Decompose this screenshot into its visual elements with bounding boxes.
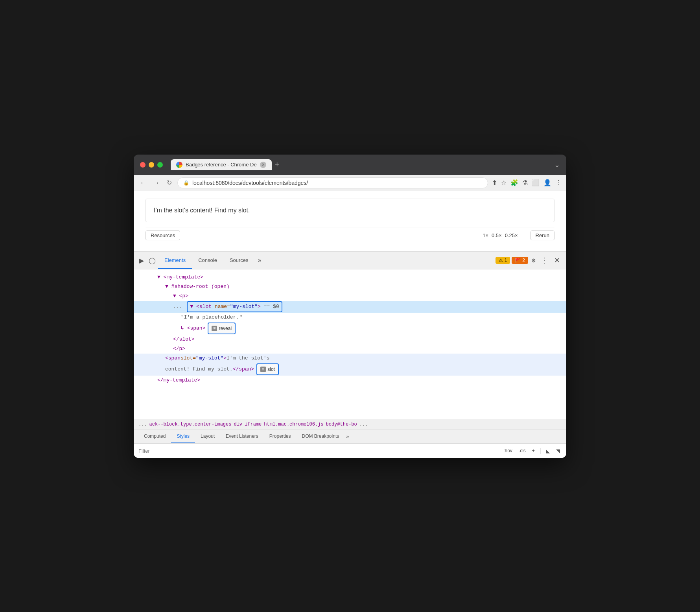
bottom-tab-event-listeners[interactable]: Event Listeners: [220, 430, 264, 443]
span-reveal-tag: ↳ <span>: [181, 324, 205, 333]
address-actions: ⬆ ☆ 🧩 ⚗ ⬜ 👤 ⋮: [492, 179, 562, 186]
slot-attr-name: name=: [215, 304, 230, 310]
devtools-settings-button[interactable]: ⚙: [530, 256, 538, 265]
flask-button[interactable]: ⚗: [522, 179, 528, 186]
slot-badge[interactable]: ⊞ slot: [256, 363, 279, 375]
breadcrumb-div-item[interactable]: div: [234, 422, 242, 427]
share-button[interactable]: ⬆: [492, 179, 497, 186]
breadcrumb-block-item[interactable]: ack--block.type.center-images: [149, 422, 232, 427]
maximize-window-button[interactable]: [157, 162, 163, 168]
back-button[interactable]: ←: [138, 178, 148, 188]
computed-tab-label: Computed: [144, 433, 166, 439]
slot-badge-icon: ⊞: [260, 367, 266, 372]
extensions-button[interactable]: 🧩: [510, 179, 518, 186]
breadcrumb-body-item[interactable]: body#the-bo: [326, 422, 357, 427]
hov-button[interactable]: :hov: [502, 447, 514, 454]
new-tab-button[interactable]: +: [272, 160, 283, 169]
filter-separator: |: [540, 447, 541, 454]
breadcrumb-iframe-item[interactable]: iframe: [245, 422, 262, 427]
tab-bar: Badges reference - Chrome De ✕ + ⌄: [171, 159, 560, 170]
cls-button[interactable]: .cls: [517, 447, 527, 454]
slot-badge-label: slot: [267, 365, 275, 374]
p-open-line[interactable]: ▼ <p>: [134, 291, 566, 301]
close-tab-button[interactable]: ✕: [260, 162, 266, 168]
filter-actions: :hov .cls + | ◣ ◥: [502, 446, 562, 455]
error-badge[interactable]: 🚩 2: [512, 257, 528, 264]
traffic-lights: [140, 162, 163, 168]
url-bar[interactable]: 🔒 localhost:8080/docs/devtools/elements/…: [177, 177, 488, 188]
placeholder-text: "I'm a placeholder.": [181, 313, 242, 322]
tab-overflow-button[interactable]: ⌄: [554, 160, 560, 169]
my-template-close-tag: </my-template>: [157, 376, 200, 385]
close-devtools-button[interactable]: ✕: [551, 254, 563, 266]
profile-button[interactable]: 👤: [543, 179, 551, 186]
span-reveal-line[interactable]: ↳ <span> ⊞ reveal: [134, 322, 566, 335]
inspect-element-button[interactable]: ▶: [137, 254, 146, 267]
toggle-sidebar-button[interactable]: ◣: [544, 446, 551, 455]
breadcrumb-html-item[interactable]: html.mac.chrome106.js: [264, 422, 323, 427]
reload-button[interactable]: ↻: [165, 177, 173, 188]
zoom-025x-button[interactable]: 0.25×: [505, 232, 518, 238]
slot-content-text: I'm the slot's content! Find my slot.: [154, 207, 250, 214]
my-template-close-line[interactable]: </my-template>: [134, 376, 566, 385]
address-bar: ← → ↻ 🔒 localhost:8080/docs/devtools/ele…: [134, 175, 566, 191]
slot-close-line[interactable]: </slot>: [134, 335, 566, 344]
p-close-line[interactable]: </p>: [134, 344, 566, 354]
bookmark-button[interactable]: ☆: [501, 179, 507, 186]
zoom-05x-button[interactable]: 0.5×: [492, 232, 502, 238]
shadow-root-tag: ▼ #shadow-root (open): [165, 282, 230, 291]
filter-bar: :hov .cls + | ◣ ◥: [134, 444, 566, 458]
span-slot-attr-value: "my-slot": [196, 354, 223, 363]
rerun-button[interactable]: Rerun: [531, 230, 554, 240]
slot-close-tag: </slot>: [173, 335, 195, 344]
reveal-badge-icon: ⊞: [212, 326, 217, 331]
tab-sources[interactable]: Sources: [223, 252, 255, 269]
dom-breakpoints-tab-label: DOM Breakpoints: [302, 433, 339, 439]
ellipsis-slot: ...: [173, 302, 182, 311]
tab-elements[interactable]: Elements: [158, 252, 192, 269]
warning-icon: ⚠: [499, 258, 503, 263]
add-style-button[interactable]: +: [531, 447, 536, 454]
slot-tag-close: >: [258, 304, 261, 310]
page-content: I'm the slot's content! Find my slot. Re…: [134, 191, 566, 251]
bottom-tab-styles[interactable]: Styles: [171, 430, 195, 443]
styles-tab-label: Styles: [177, 433, 190, 439]
filter-input[interactable]: [138, 448, 498, 454]
bottom-tabs-more-button[interactable]: »: [346, 433, 349, 439]
tab-console[interactable]: Console: [192, 252, 223, 269]
warning-badge[interactable]: ⚠ 1: [496, 257, 510, 264]
my-template-open-line[interactable]: ▼ <my-template>: [134, 273, 566, 282]
sidebar-panel-button[interactable]: ◥: [554, 446, 562, 455]
reveal-badge[interactable]: ⊞ reveal: [208, 323, 236, 334]
device-toolbar-button[interactable]: ◯: [146, 254, 158, 267]
active-tab[interactable]: Badges reference - Chrome De ✕: [171, 159, 272, 170]
zoom-1x-button[interactable]: 1×: [483, 232, 488, 238]
slot-line[interactable]: ... ▼ <slot name="my-slot"> == $0: [134, 301, 566, 313]
tabs-more-button[interactable]: »: [255, 257, 265, 264]
reveal-badge-label: reveal: [219, 324, 232, 333]
chrome-icon: [176, 162, 182, 168]
bottom-tab-properties[interactable]: Properties: [264, 430, 297, 443]
span-slot-line[interactable]: <span slot="my-slot">I'm the slot's: [134, 354, 566, 363]
resources-button[interactable]: Resources: [146, 230, 180, 240]
span-slot-content: I'm the slot's: [227, 354, 269, 363]
span-slot-tag-gt: >: [223, 354, 227, 363]
close-window-button[interactable]: [140, 162, 146, 168]
slot-tag: ▼ <slot: [190, 304, 214, 310]
devtools-more-button[interactable]: ⋮: [539, 254, 549, 266]
forward-button[interactable]: →: [152, 178, 161, 188]
bottom-tab-layout[interactable]: Layout: [195, 430, 220, 443]
span-slot-content-line[interactable]: content! Find my slot.</span> ⊞ slot: [134, 363, 566, 376]
devtools-panel: ▶ ◯ Elements Console Sources » ⚠ 1: [134, 251, 566, 458]
menu-button[interactable]: ⋮: [555, 179, 562, 186]
devtools-toolbar-right: ⚠ 1 🚩 2 ⚙ ⋮ ✕: [496, 254, 563, 266]
bottom-tab-dom-breakpoints[interactable]: DOM Breakpoints: [297, 430, 345, 443]
p-close-tag: </p>: [173, 345, 185, 353]
shadow-root-line[interactable]: ▼ #shadow-root (open): [134, 282, 566, 291]
window-button[interactable]: ⬜: [532, 179, 540, 186]
bottom-tab-computed[interactable]: Computed: [138, 430, 171, 443]
minimize-window-button[interactable]: [149, 162, 154, 168]
slot-element-highlight: ▼ <slot name="my-slot"> == $0: [187, 301, 282, 312]
devtools-toolbar: ▶ ◯ Elements Console Sources » ⚠ 1: [134, 252, 566, 269]
slot-attr-value: "my-slot": [230, 304, 258, 310]
